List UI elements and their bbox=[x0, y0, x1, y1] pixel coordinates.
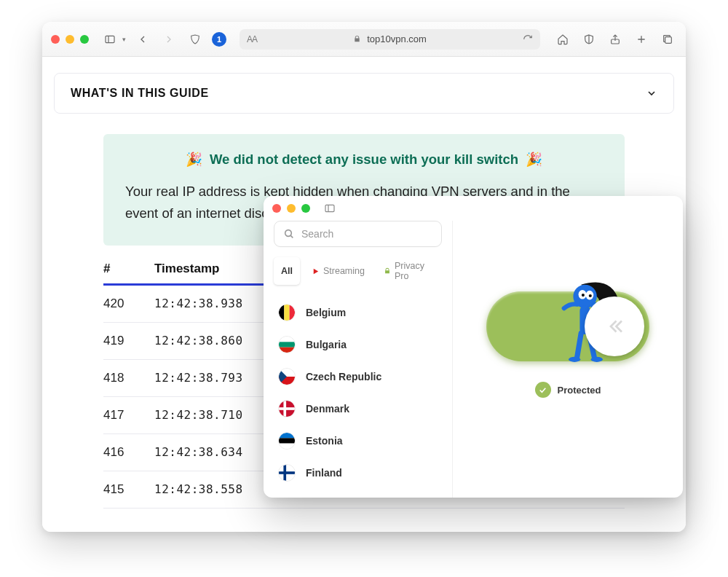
svg-point-40 bbox=[569, 357, 580, 362]
svg-rect-6 bbox=[665, 36, 672, 43]
vpn-status-row: Protected bbox=[535, 382, 601, 398]
svg-rect-14 bbox=[290, 305, 295, 321]
vpn-country-item[interactable]: Denmark bbox=[274, 393, 442, 425]
forward-button[interactable] bbox=[159, 30, 178, 49]
lock-icon bbox=[353, 35, 361, 43]
vpn-fullscreen-button[interactable] bbox=[301, 204, 310, 213]
tab-group-menu-icon[interactable]: ▾ bbox=[122, 36, 126, 43]
play-icon bbox=[312, 267, 320, 275]
traffic-lights bbox=[51, 35, 89, 44]
search-icon bbox=[283, 228, 295, 240]
vpn-body: Search All Streaming Privacy Pro bbox=[264, 221, 683, 498]
onepassword-icon[interactable]: 1 bbox=[212, 32, 226, 47]
vpn-country-label: Denmark bbox=[306, 403, 349, 415]
svg-rect-0 bbox=[106, 36, 114, 42]
vpn-filter-tabs: All Streaming Privacy Pro bbox=[274, 257, 442, 285]
cell-index: 417 bbox=[103, 408, 154, 423]
vpn-search-placeholder: Search bbox=[301, 228, 333, 240]
svg-rect-13 bbox=[284, 305, 289, 321]
vpn-tab-streaming[interactable]: Streaming bbox=[304, 257, 372, 285]
privacy-report-icon[interactable] bbox=[579, 30, 598, 49]
vpn-main-panel: Protected bbox=[453, 221, 683, 498]
window-fullscreen-button[interactable] bbox=[80, 35, 89, 44]
vpn-status-label: Protected bbox=[558, 385, 601, 396]
vpn-country-item[interactable]: Estonia bbox=[274, 425, 442, 457]
address-bar[interactable]: AA top10vpn.com bbox=[240, 29, 540, 50]
vpn-country-item[interactable]: Belgium bbox=[274, 297, 442, 329]
vpn-country-label: Belgium bbox=[306, 307, 346, 318]
check-icon bbox=[535, 382, 551, 398]
vpn-tab-all[interactable]: All bbox=[274, 257, 300, 285]
svg-point-41 bbox=[591, 357, 603, 362]
col-header-index: # bbox=[103, 262, 154, 276]
vpn-country-item[interactable]: Czech Republic bbox=[274, 361, 442, 393]
svg-rect-17 bbox=[279, 342, 295, 347]
address-bar-host: top10vpn.com bbox=[367, 34, 427, 44]
vpn-country-label: Finland bbox=[306, 467, 342, 479]
toggle-knob bbox=[585, 297, 644, 356]
vpn-sidebar-toggle[interactable] bbox=[322, 200, 338, 216]
cell-index: 415 bbox=[103, 482, 154, 497]
svg-rect-33 bbox=[279, 471, 295, 474]
svg-rect-25 bbox=[279, 407, 295, 410]
vpn-titlebar bbox=[264, 196, 683, 221]
svg-rect-16 bbox=[279, 337, 295, 342]
new-tab-button[interactable] bbox=[632, 30, 651, 49]
svg-point-9 bbox=[285, 230, 292, 237]
party-popper-icon: 🎉 bbox=[526, 152, 542, 168]
svg-rect-28 bbox=[279, 438, 295, 443]
vpn-connection-toggle[interactable] bbox=[486, 291, 649, 361]
svg-rect-29 bbox=[279, 444, 295, 449]
cell-index: 420 bbox=[103, 297, 154, 311]
vpn-country-item[interactable]: Finland bbox=[274, 457, 442, 489]
window-minimize-button[interactable] bbox=[66, 35, 74, 44]
svg-rect-7 bbox=[325, 205, 334, 211]
home-button[interactable] bbox=[553, 30, 572, 49]
svg-point-38 bbox=[589, 294, 592, 297]
vpn-app-window: Search All Streaming Privacy Pro bbox=[264, 196, 683, 498]
vpn-country-label: Czech Republic bbox=[306, 371, 381, 382]
guide-title: WHAT'S IN THIS GUIDE bbox=[71, 87, 209, 100]
vpn-close-button[interactable] bbox=[272, 204, 281, 213]
banner-title: We did not detect any issue with your ki… bbox=[210, 152, 518, 168]
svg-rect-12 bbox=[279, 305, 284, 321]
chevron-down-icon bbox=[646, 87, 657, 99]
svg-point-37 bbox=[582, 294, 585, 297]
vpn-sidebar: Search All Streaming Privacy Pro bbox=[264, 221, 453, 498]
share-button[interactable] bbox=[606, 30, 625, 49]
banner-title-row: 🎉 We did not detect any issue with your … bbox=[125, 152, 603, 168]
tab-overview-button[interactable] bbox=[658, 30, 677, 49]
party-popper-icon: 🎉 bbox=[186, 152, 202, 168]
reload-icon[interactable] bbox=[523, 34, 533, 44]
svg-line-10 bbox=[290, 235, 293, 238]
back-button[interactable] bbox=[133, 30, 152, 49]
vpn-country-label: Bulgaria bbox=[306, 339, 347, 350]
ublock-icon[interactable] bbox=[186, 30, 205, 49]
browser-toolbar: ▾ 1 AA top10vpn.com bbox=[42, 22, 686, 57]
vpn-traffic-lights bbox=[272, 204, 310, 213]
vpn-search-input[interactable]: Search bbox=[274, 221, 442, 247]
svg-rect-27 bbox=[279, 433, 295, 438]
vpn-tab-privacy[interactable]: Privacy Pro bbox=[376, 257, 442, 285]
lock-icon bbox=[384, 267, 391, 275]
reader-mode-icon[interactable]: AA bbox=[247, 34, 257, 44]
cell-index: 418 bbox=[103, 371, 154, 385]
sidebar-toggle-button[interactable] bbox=[100, 30, 119, 49]
svg-rect-18 bbox=[279, 348, 295, 353]
cell-index: 416 bbox=[103, 445, 154, 460]
cell-index: 419 bbox=[103, 334, 154, 348]
vpn-minimize-button[interactable] bbox=[287, 204, 296, 213]
vpn-country-list: BelgiumBulgariaCzech RepublicDenmarkEsto… bbox=[274, 297, 442, 489]
guide-accordion[interactable]: WHAT'S IN THIS GUIDE bbox=[54, 73, 674, 114]
vpn-country-label: Estonia bbox=[306, 435, 343, 447]
window-close-button[interactable] bbox=[51, 35, 60, 44]
vpn-country-item[interactable]: Bulgaria bbox=[274, 329, 442, 361]
